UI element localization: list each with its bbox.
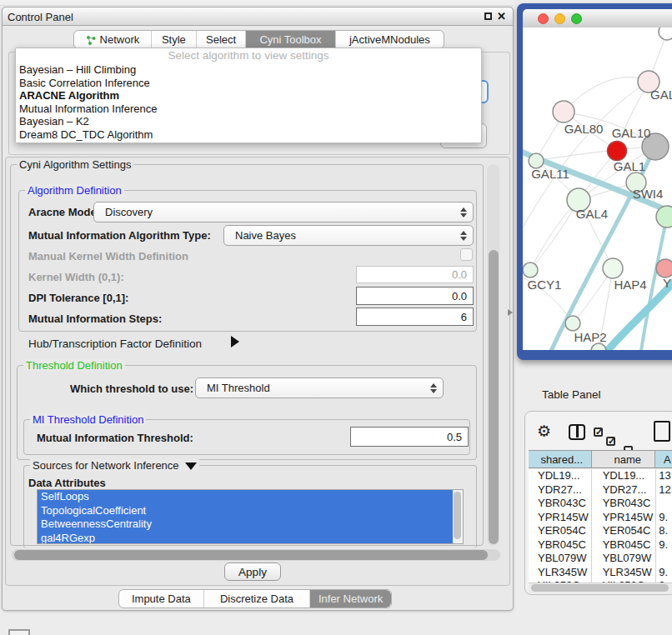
table-row[interactable]: YPR145W YPR145W 9.: [529, 511, 672, 525]
bottom-tabs: Impute Data Discretize Data Infer Networ…: [118, 589, 392, 608]
column-header-name[interactable]: name: [592, 451, 655, 468]
data-attributes-label: Data Attributes: [28, 477, 106, 489]
tab-cyni-toolbox[interactable]: Cyni Toolbox: [246, 31, 336, 48]
tab-label: Impute Data: [132, 592, 191, 605]
table-row[interactable]: YBL079W YBL079W: [529, 552, 672, 566]
show-checked-columns-icon[interactable]: [594, 428, 603, 437]
tab-style[interactable]: Style: [152, 31, 197, 48]
network-node[interactable]: [656, 206, 672, 228]
algorithm-option[interactable]: Bayesian – K2: [16, 115, 481, 128]
algorithm-option[interactable]: Mutual Information Inference: [16, 102, 481, 116]
tab-network[interactable]: Network: [74, 31, 152, 48]
split-divider: [576, 426, 579, 438]
table-row[interactable]: YBR043C YBR043C: [529, 497, 672, 511]
dpi-tolerance-input[interactable]: 0.0: [356, 287, 474, 305]
stepper-icon: [430, 383, 437, 393]
tab-discretize-data[interactable]: Discretize Data: [204, 590, 310, 608]
cell: YLR345W: [592, 566, 657, 580]
list-item[interactable]: gal4RGexp: [38, 532, 463, 545]
kernel-width-input[interactable]: 0.0: [356, 266, 474, 283]
network-graph: GAL80 GAL10 GAL11 GAL1 SWI4 GAL4 GCY1 HA…: [523, 28, 672, 350]
network-node-label: Y: [663, 276, 671, 290]
column-header-clipped[interactable]: A: [655, 451, 672, 468]
close-icon[interactable]: ✕: [497, 10, 506, 22]
settings-hscrollbar-thumb[interactable]: [14, 550, 488, 560]
zoom-traffic-light[interactable]: [571, 13, 582, 24]
network-node[interactable]: [656, 259, 672, 278]
algorithm-option[interactable]: Dream8 DC_TDC Algorithm: [16, 128, 481, 142]
network-tab-icon: [86, 35, 96, 45]
show-checked-columns-icon2[interactable]: [606, 437, 615, 446]
cell: YPR145W: [592, 511, 657, 525]
tab-label: Cyni Toolbox: [259, 33, 321, 46]
mi-steps-input[interactable]: 6: [356, 308, 474, 326]
which-threshold-select[interactable]: MI Threshold: [195, 378, 444, 398]
cell: [656, 552, 672, 566]
minimized-panel-icon[interactable]: [8, 629, 30, 635]
tab-jactivemnodules[interactable]: jActiveMNodules: [336, 31, 444, 48]
close-traffic-light[interactable]: [538, 13, 549, 24]
network-window-titlebar[interactable]: [523, 9, 672, 28]
network-node-label: GAL4: [576, 207, 608, 221]
settings-gear-icon[interactable]: ⚙: [537, 422, 551, 441]
table-row[interactable]: YER054C YER054C 8.: [529, 524, 672, 538]
table-header: shared... name A: [529, 450, 672, 468]
apply-button[interactable]: Apply: [224, 562, 281, 581]
list-item[interactable]: TopologicalCoefficient: [38, 504, 463, 518]
mi-type-select[interactable]: Naive Bayes: [223, 225, 474, 246]
network-node[interactable]: [553, 101, 574, 122]
table-hscrollbar-thumb[interactable]: [531, 584, 669, 592]
manual-kernel-checkbox[interactable]: [460, 248, 473, 261]
sources-group-title[interactable]: Sources for Network Inference: [30, 459, 199, 472]
panel-resize-grip[interactable]: [508, 309, 513, 316]
mi-steps-label: Mutual Information Steps:: [28, 312, 162, 325]
mi-threshold-input[interactable]: 0.5: [350, 427, 469, 447]
list-item[interactable]: SelfLoops: [38, 490, 463, 504]
column-header-shared-name[interactable]: shared...: [529, 451, 592, 468]
cell: YER054C: [592, 524, 657, 538]
network-node[interactable]: [523, 262, 538, 278]
network-node[interactable]: [659, 28, 672, 40]
expand-right-icon[interactable]: [231, 336, 239, 348]
settings-vscrollbar-thumb[interactable]: [489, 250, 499, 544]
table-row[interactable]: YDR27... YDR27... 12: [529, 483, 672, 498]
tab-infer-network[interactable]: Infer Network: [310, 590, 391, 608]
cell: 9.: [656, 511, 672, 525]
tab-label: Style: [162, 33, 186, 46]
new-table-icon[interactable]: [654, 421, 670, 442]
list-item[interactable]: BetweennessCentrality: [38, 518, 463, 532]
mi-threshold-title: MI Threshold Definition: [30, 413, 146, 426]
network-node-label: GAL10: [612, 126, 651, 140]
data-attributes-list: SelfLoops TopologicalCoefficient Between…: [37, 489, 464, 544]
mi-type-label: Mutual Information Algorithm Type:: [28, 229, 211, 242]
network-node[interactable]: [608, 142, 627, 161]
network-node[interactable]: [565, 316, 580, 331]
network-canvas[interactable]: GAL80 GAL10 GAL11 GAL1 SWI4 GAL4 GCY1 HA…: [523, 28, 672, 350]
apply-button-label: Apply: [238, 566, 267, 578]
cell: YER054C: [529, 524, 592, 538]
table-row[interactable]: YLR345W YLR345W 9.: [529, 566, 672, 580]
kernel-width-label: Kernel Width (0,1):: [28, 271, 124, 283]
network-node-label: GAL: [650, 88, 672, 102]
aracne-mode-select[interactable]: Discovery: [93, 202, 474, 222]
network-node[interactable]: [603, 258, 623, 278]
float-window-icon[interactable]: [484, 12, 492, 20]
cell: YDL19...: [529, 469, 592, 483]
list-scrollbar-thumb[interactable]: [454, 492, 461, 539]
which-threshold-label: Which threshold to use:: [70, 382, 193, 395]
split-columns-icon[interactable]: [569, 424, 585, 440]
collapse-down-icon[interactable]: [185, 462, 197, 470]
algorithm-option[interactable]: ARACNE Algorithm: [16, 89, 481, 102]
network-node[interactable]: [591, 343, 606, 350]
tab-impute-data[interactable]: Impute Data: [119, 590, 204, 608]
algorithm-option[interactable]: Bayesian – Hill Climbing: [16, 63, 481, 77]
threshold-definition-title: Threshold Definition: [23, 359, 125, 372]
tab-select[interactable]: Select: [197, 31, 246, 48]
mi-type-value: Naive Bayes: [235, 229, 296, 242]
table-row[interactable]: YDL19... YDL19... 13: [529, 469, 672, 483]
network-node-label: GCY1: [528, 278, 562, 292]
hub-section-label[interactable]: Hub/Transcription Factor Definition: [28, 338, 202, 350]
minimize-traffic-light[interactable]: [554, 13, 565, 24]
table-row[interactable]: YBR045C YBR045C 9.: [529, 538, 672, 552]
algorithm-option[interactable]: Basic Correlation Inference: [16, 77, 481, 90]
